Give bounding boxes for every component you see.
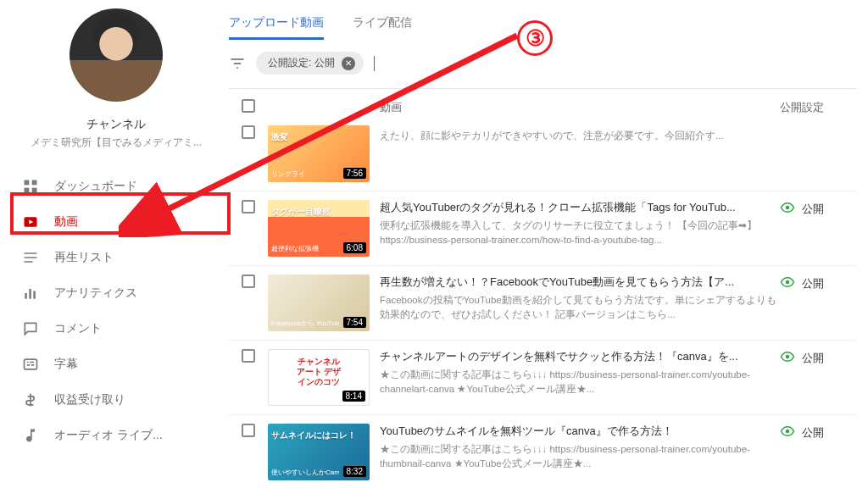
video-title[interactable]: チャンネルアートのデザインを無料でサクッと作る方法！『canva』を... (380, 349, 780, 364)
duration-badge: 6:08 (343, 242, 366, 253)
nav-label: オーディオ ライブ... (54, 428, 163, 443)
avatar-wrap (10, 0, 222, 105)
nav-label: 字幕 (54, 357, 78, 372)
video-thumbnail[interactable]: サムネイルにはコレ！使いやすいしんかCanva8:32 (268, 424, 370, 480)
channel-name: メデミ研究所【目でみるメディアミ... (10, 136, 222, 150)
svg-point-12 (786, 430, 790, 434)
select-all-checkbox[interactable] (242, 99, 255, 113)
sidebar-item-subtitles[interactable]: 字幕 (10, 347, 222, 382)
svg-rect-3 (32, 188, 37, 193)
duration-badge: 7:56 (343, 168, 366, 179)
video-title[interactable]: YouTubeのサムネイルを無料ツール『canva』で作る方法！ (380, 424, 780, 439)
row-checkbox[interactable] (242, 349, 255, 363)
svg-point-11 (786, 355, 790, 359)
svg-point-9 (786, 206, 790, 210)
row-checkbox[interactable] (242, 424, 255, 437)
row-checkbox[interactable] (242, 200, 255, 214)
svg-rect-0 (25, 180, 30, 186)
visibility-label: 公開 (802, 425, 824, 441)
subtitles-icon (22, 356, 39, 373)
eye-icon (780, 349, 795, 367)
visibility-badge[interactable]: 公開 (780, 200, 856, 218)
video-description: ★この動画に関する記事はこちら↓↓↓ https://business-pers… (380, 368, 780, 396)
sidebar-item-playlists[interactable]: 再生リスト (10, 240, 222, 275)
sidebar-item-dashboard[interactable]: ダッシュボード (10, 169, 222, 204)
visibility-label: 公開 (802, 276, 824, 291)
duration-badge: 7:54 (343, 317, 366, 328)
filter-chip[interactable]: 公開設定: 公開 ✕ (256, 52, 364, 75)
tab-live[interactable]: ライブ配信 (353, 8, 412, 40)
svg-rect-5 (25, 293, 27, 299)
duration-badge: 8:14 (342, 391, 365, 402)
video-description: ★この動画に関する記事はこちら↓↓↓ https://business-pers… (380, 442, 780, 470)
video-list: 激変リングライ7:56えたり、顔に影やテカリができやすいので、注意が必要です。今… (229, 125, 856, 488)
table-row[interactable]: 激変リングライ7:56えたり、顔に影やテカリができやすいので、注意が必要です。今… (229, 125, 856, 191)
nav-label: 動画 (54, 214, 78, 230)
dashboard-icon (22, 178, 39, 195)
video-thumbnail[interactable]: タグが一目瞭然超便利な拡張機6:08 (268, 200, 370, 257)
table-header: 動画 公開設定 (229, 89, 856, 125)
svg-point-10 (786, 280, 790, 285)
text-cursor (374, 56, 375, 71)
table-row[interactable]: タグが一目瞭然超便利な拡張機6:08超人気YouTuberのタグが見れる！クロー… (229, 191, 856, 265)
monetize-icon (22, 391, 39, 408)
sidebar-item-analytics[interactable]: アナリティクス (10, 275, 222, 311)
avatar[interactable] (70, 8, 163, 102)
col-visibility-label: 公開設定 (780, 100, 856, 115)
eye-icon (780, 200, 795, 218)
duration-badge: 8:32 (343, 466, 366, 477)
videos-icon (22, 214, 39, 230)
video-title[interactable]: 超人気YouTuberのタグが見れる！クローム拡張機能「Tags for You… (380, 200, 780, 215)
tab-uploads[interactable]: アップロード動画 (229, 8, 324, 40)
nav-label: コメント (54, 321, 102, 336)
svg-rect-6 (29, 289, 31, 299)
video-thumbnail[interactable]: Facebookから YouTube!7:54 (268, 274, 370, 331)
row-checkbox[interactable] (242, 274, 255, 288)
filter-icon[interactable] (229, 55, 246, 72)
video-title[interactable]: 再生数が増えない！？FacebookでYouTube動画を見てもらう方法【ア..… (380, 274, 780, 290)
visibility-badge[interactable]: 公開 (780, 349, 856, 367)
nav-label: 再生リスト (54, 250, 114, 265)
table-row[interactable]: サムネイルにはコレ！使いやすいしんかCanva8:32YouTubeのサムネイル… (229, 414, 856, 488)
col-video-label: 動画 (376, 100, 780, 115)
visibility-label: 公開 (802, 351, 824, 366)
svg-rect-8 (25, 359, 37, 369)
filter-chip-label: 公開設定: 公開 (268, 56, 335, 70)
sidebar-item-comments[interactable]: コメント (10, 311, 222, 347)
svg-rect-1 (32, 180, 37, 186)
sidebar-nav: ダッシュボード動画再生リストアナリティクスコメント字幕収益受け取りオーディオ ラ… (10, 169, 222, 453)
audio-icon (22, 427, 39, 444)
eye-icon (780, 274, 795, 292)
video-description: えたり、顔に影やテカリができやすいので、注意が必要です。今回紹介す... (380, 129, 780, 143)
visibility-badge[interactable]: 公開 (780, 274, 856, 292)
nav-label: 収益受け取り (54, 392, 125, 408)
video-thumbnail[interactable]: 激変リングライ7:56 (268, 125, 370, 182)
sidebar-item-videos[interactable]: 動画 (10, 204, 222, 240)
comments-icon (22, 320, 39, 337)
sidebar: チャンネル メデミ研究所【目でみるメディアミ... ダッシュボード動画再生リスト… (10, 0, 222, 488)
visibility-label: 公開 (802, 202, 824, 217)
svg-rect-2 (25, 188, 30, 193)
sidebar-item-audio[interactable]: オーディオ ライブ... (10, 418, 222, 453)
close-icon[interactable]: ✕ (342, 57, 355, 70)
analytics-icon (22, 285, 39, 302)
annotation-step-badge: ③ (517, 20, 553, 56)
svg-rect-7 (33, 291, 36, 299)
video-description: Facebookの投稿でYouTube動画を紹介して見てもらう方法です。単にシェ… (380, 293, 780, 321)
row-checkbox[interactable] (242, 125, 255, 139)
table-row[interactable]: Facebookから YouTube!7:54再生数が増えない！？Faceboo… (229, 265, 856, 340)
video-description: 便利な拡張機能を導入して、タグのリサーチに役立てましょう！ 【今回の記事➡】ht… (380, 219, 780, 247)
nav-label: ダッシュボード (54, 179, 137, 194)
sidebar-item-monetize[interactable]: 収益受け取り (10, 382, 222, 418)
main: アップロード動画ライブ配信 公開設定: 公開 ✕ 動画 公開設定 激変リングライ… (229, 0, 856, 488)
table-row[interactable]: チャンネルアート デザインのコツ8:14チャンネルアートのデザインを無料でサクッ… (229, 340, 856, 414)
video-thumbnail[interactable]: チャンネルアート デザインのコツ8:14 (268, 349, 370, 406)
playlists-icon (22, 249, 39, 266)
visibility-badge[interactable]: 公開 (780, 424, 856, 441)
nav-label: アナリティクス (54, 286, 137, 301)
channel-heading: チャンネル (10, 117, 222, 132)
eye-icon (780, 424, 795, 441)
